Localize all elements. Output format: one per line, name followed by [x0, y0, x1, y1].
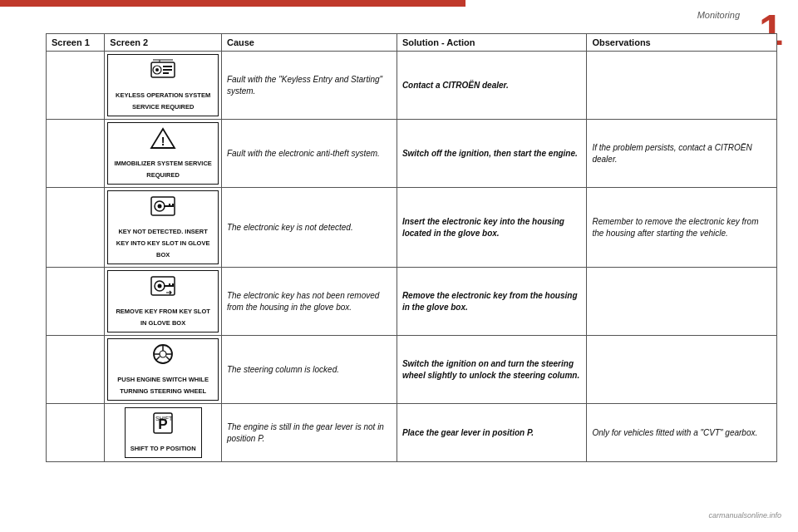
table-row: KEYLESS OPERATION SYSTEM SERVICE REQUIRE… [47, 52, 777, 120]
solution-cell: Insert the electronic key into the housi… [397, 188, 587, 268]
cause-cell: The engine is still in the gear lever is… [221, 404, 397, 462]
screen1-cell [47, 268, 105, 336]
screen-display-box: !IMMOBILIZER SYSTEM SERVICE REQUIRED [107, 122, 219, 185]
svg-rect-4 [163, 69, 172, 71]
screen1-cell [47, 120, 105, 188]
screen2-cell: !IMMOBILIZER SYSTEM SERVICE REQUIRED [105, 120, 222, 188]
screen2-cell: PUSH ENGINE SWITCH WHILE TURNING STEERIN… [105, 336, 222, 404]
svg-rect-12 [164, 205, 172, 207]
cause-text: The electronic key is not detected. [227, 223, 353, 232]
solution-text: Insert the electronic key into the housi… [402, 217, 564, 238]
screen-label-text: SHIFT TO P POSITION [131, 445, 196, 452]
col-cause: Cause [221, 34, 397, 52]
screen-display-box: REMOVE KEY FROM KEY SLOT IN GLOVE BOX [107, 270, 219, 332]
solution-text: Remove the electronic key from the housi… [402, 291, 578, 312]
svg-rect-14 [172, 204, 174, 207]
solution-cell: Contact a CITROËN dealer. [397, 52, 587, 120]
table-row: PSHIFTSHIFT TO P POSITIONThe engine is s… [47, 404, 777, 462]
screen1-cell [47, 336, 105, 404]
screen1-cell [47, 52, 105, 120]
svg-point-17 [158, 284, 162, 288]
observations-text: Remember to remove the electronic key fr… [592, 217, 758, 238]
screen-display-box: KEY NOT DETECTED. INSERT KEY INTO KEY SL… [107, 190, 219, 264]
screen-label-text: KEY NOT DETECTED. INSERT KEY INTO KEY SL… [116, 228, 210, 259]
observations-cell [587, 52, 777, 120]
screen-label-text: REMOVE KEY FROM KEY SLOT IN GLOVE BOX [116, 308, 210, 327]
svg-rect-19 [169, 283, 170, 287]
observations-cell: Only for vehicles fitted with a "CVT" ge… [587, 404, 777, 462]
screen2-cell: KEYLESS OPERATION SYSTEM SERVICE REQUIRE… [105, 52, 222, 120]
solution-text: Switch the ignition on and turn the stee… [402, 359, 579, 380]
cause-text: The electronic key has not been removed … [227, 291, 379, 312]
top-red-bar [0, 0, 466, 7]
table-row: !IMMOBILIZER SYSTEM SERVICE REQUIREDFaul… [47, 120, 777, 188]
observations-cell: Remember to remove the electronic key fr… [587, 188, 777, 268]
cause-cell: The electronic key is not detected. [221, 188, 397, 268]
table-row: PUSH ENGINE SWITCH WHILE TURNING STEERIN… [47, 336, 777, 404]
solution-cell: Switch off the ignition, then start the … [397, 120, 587, 188]
solution-cell: Place the gear lever in position P. [397, 404, 587, 462]
table-row: KEY NOT DETECTED. INSERT KEY INTO KEY SL… [47, 188, 777, 268]
screen-display-box: KEYLESS OPERATION SYSTEM SERVICE REQUIRE… [107, 54, 219, 116]
svg-point-22 [160, 351, 166, 357]
solution-text: Contact a CITROËN dealer. [402, 81, 509, 90]
col-solution: Solution - Action [397, 34, 587, 52]
screen-icon [113, 274, 213, 303]
cause-cell: Fault with the electronic anti-theft sys… [221, 120, 397, 188]
cause-cell: The steering column is locked. [221, 336, 397, 404]
solution-cell: Switch the ignition on and turn the stee… [397, 336, 587, 404]
cause-text: Fault with the electronic anti-theft sys… [227, 149, 380, 158]
screen-icon [113, 195, 213, 224]
table-row: REMOVE KEY FROM KEY SLOT IN GLOVE BOXThe… [47, 268, 777, 336]
svg-point-11 [158, 204, 162, 209]
screen-icon [113, 58, 213, 87]
screen2-cell: KEY NOT DETECTED. INSERT KEY INTO KEY SL… [105, 188, 222, 268]
col-screen1: Screen 1 [47, 34, 105, 52]
screen2-cell: REMOVE KEY FROM KEY SLOT IN GLOVE BOX [105, 268, 222, 336]
col-observations: Observations [587, 34, 777, 52]
observations-cell [587, 268, 777, 336]
screen-icon [113, 342, 213, 372]
main-table-container: Screen 1 Screen 2 Cause Solution - Actio… [46, 33, 777, 466]
col-screen2: Screen 2 [105, 34, 222, 52]
solution-cell: Remove the electronic key from the housi… [397, 268, 587, 336]
screen-display-box: PUSH ENGINE SWITCH WHILE TURNING STEERIN… [107, 338, 219, 401]
solution-text: Place the gear lever in position P. [402, 428, 534, 437]
screen1-cell [47, 404, 105, 462]
svg-text:!: ! [161, 135, 165, 148]
screen-icon: ! [113, 126, 213, 155]
screen-label-text: KEYLESS OPERATION SYSTEM SERVICE REQUIRE… [116, 91, 210, 111]
svg-rect-3 [163, 66, 172, 67]
screen1-cell [47, 188, 105, 268]
svg-rect-18 [164, 285, 172, 287]
svg-rect-20 [172, 283, 174, 287]
observations-text: If the problem persists, contact a CITRO… [592, 143, 751, 164]
screen-label-text: PUSH ENGINE SWITCH WHILE TURNING STEERIN… [117, 376, 209, 395]
observations-cell: If the problem persists, contact a CITRO… [587, 120, 777, 188]
cause-cell: The electronic key has not been removed … [221, 268, 397, 336]
observations-cell [587, 336, 777, 404]
cause-text: The steering column is locked. [227, 365, 339, 374]
cause-text: The engine is still in the gear lever is… [227, 422, 384, 443]
screen2-cell: PSHIFTSHIFT TO P POSITION [105, 404, 222, 462]
screen-label-text: IMMOBILIZER SYSTEM SERVICE REQUIRED [114, 160, 211, 179]
section-label: Monitoring [697, 10, 740, 20]
svg-rect-13 [169, 204, 170, 207]
svg-rect-5 [163, 72, 169, 74]
svg-point-2 [155, 68, 159, 71]
observations-text: Only for vehicles fitted with a "CVT" ge… [592, 428, 757, 437]
screen-display-box: PSHIFTSHIFT TO P POSITION [125, 407, 202, 458]
svg-text:SHIFT: SHIFT [155, 416, 173, 421]
solution-text: Switch off the ignition, then start the … [402, 149, 578, 158]
cause-text: Fault with the "Keyless Entry and Starti… [227, 75, 382, 96]
table-header-row: Screen 1 Screen 2 Cause Solution - Actio… [47, 34, 777, 52]
diagnostic-table: Screen 1 Screen 2 Cause Solution - Actio… [46, 33, 777, 462]
footer-website: carmanualsonline.info [708, 511, 781, 520]
cause-cell: Fault with the "Keyless Entry and Starti… [221, 52, 397, 120]
screen-icon: PSHIFT [131, 411, 196, 441]
